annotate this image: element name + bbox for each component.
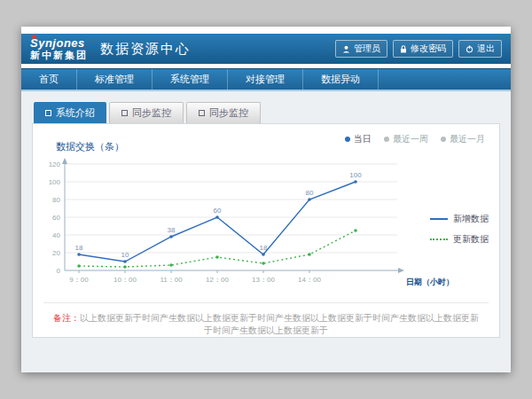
svg-text:13：00: 13：00 [252,276,275,284]
tab-icon [45,110,51,116]
svg-text:10: 10 [121,251,129,259]
legend-label: 新增数据 [453,213,489,225]
main-nav: 首页 标准管理 系统管理 对接管理 数据异动 [21,68,511,91]
page-top-strip [21,27,511,34]
logout-button[interactable]: 退出 [458,40,502,58]
svg-text:100: 100 [49,178,61,186]
svg-text:12：00: 12：00 [206,276,229,284]
legend-new-data: 新增数据 [430,213,489,225]
tab-sync-monitor-2[interactable]: 同步监控 [186,102,261,123]
nav-item-label: 数据异动 [321,73,360,86]
filter-last-month[interactable]: 最近一月 [441,133,485,145]
admin-user-button[interactable]: 管理员 [335,40,387,58]
nav-item-home[interactable]: 首页 [21,69,77,90]
app-window: Synjones 新中新集团 数据资源中心 管理员 修改密码 退出 首页 标准管… [21,27,511,372]
user-icon [342,45,350,53]
nav-item-label: 系统管理 [170,73,209,86]
logo-text: Synjones [30,37,88,49]
app-header: Synjones 新中新集团 数据资源中心 管理员 修改密码 退出 [21,34,511,64]
company-logo: Synjones 新中新集团 [30,37,88,60]
line-chart: 0204060801001209：0010：0011：0012：0013：001… [38,155,481,297]
footnote-text: 以上数据更新于时间产生数据以上数据更新于时间产生数据以上数据更新于时间产生数据以… [80,313,479,335]
nav-item-standard-mgmt[interactable]: 标准管理 [77,69,153,90]
tab-sync-monitor-1[interactable]: 同步监控 [109,102,184,123]
svg-text:20: 20 [52,249,60,257]
svg-text:80: 80 [52,196,60,204]
logo-accent-dot [32,35,36,39]
filter-today[interactable]: 当日 [345,133,372,145]
change-password-button[interactable]: 修改密码 [393,40,453,58]
svg-text:60: 60 [214,207,222,215]
tab-label: 系统介绍 [56,106,95,120]
filter-dot-icon [384,137,389,142]
time-range-filters: 当日 最近一周 最近一月 [345,133,485,145]
tab-icon [121,110,128,116]
filter-dot-icon [345,137,350,142]
tab-system-intro[interactable]: 系统介绍 [34,102,106,123]
svg-text:80: 80 [306,189,314,197]
svg-text:10：00: 10：00 [113,276,137,284]
nav-item-label: 标准管理 [95,73,134,86]
app-title: 数据资源中心 [100,41,191,58]
svg-text:18: 18 [75,244,83,252]
nav-item-data-change[interactable]: 数据异动 [303,69,379,90]
svg-text:18: 18 [260,244,268,252]
nav-item-label: 首页 [39,73,59,86]
svg-text:14：00: 14：00 [298,276,321,284]
filter-label: 当日 [354,133,372,145]
svg-text:120: 120 [49,160,61,168]
main-content: 系统介绍 同步监控 同步监控 当日 最近一周 [21,91,511,372]
tab-bar: 系统介绍 同步监控 同步监控 [34,102,500,123]
logout-label: 退出 [477,43,495,55]
tab-icon [199,110,205,116]
panel-divider [43,302,489,303]
svg-text:38: 38 [168,226,176,234]
admin-user-label: 管理员 [354,43,380,55]
footnote: 备注：以上数据更新于时间产生数据以上数据更新于时间产生数据以上数据更新于时间产生… [33,312,499,337]
change-password-label: 修改密码 [411,43,446,55]
power-icon [466,45,473,53]
filter-dot-icon [441,137,446,142]
filter-label: 最近一周 [393,133,428,145]
svg-text:100: 100 [349,171,362,179]
nav-item-connect-mgmt[interactable]: 对接管理 [228,69,303,90]
svg-text:日期（小时）: 日期（小时） [406,278,454,286]
tab-label: 同步监控 [132,106,171,120]
legend-update-data: 更新数据 [430,233,489,246]
solid-line-icon [430,218,448,220]
chart-panel: 当日 最近一周 最近一月 数据交换（条） 0204060801001209：00… [32,123,500,338]
svg-text:60: 60 [52,214,60,222]
legend-label: 更新数据 [453,233,489,246]
svg-text:9：00: 9：00 [69,276,89,284]
dotted-line-icon [430,239,448,240]
svg-text:11：00: 11：00 [160,276,183,284]
filter-last-week[interactable]: 最近一周 [384,133,428,145]
nav-item-label: 对接管理 [246,73,285,86]
nav-item-system-mgmt[interactable]: 系统管理 [153,69,228,90]
footnote-prefix: 备注： [53,313,80,323]
filter-label: 最近一月 [450,133,485,145]
tab-label: 同步监控 [209,106,248,120]
logo-subtext: 新中新集团 [30,51,88,60]
svg-text:0: 0 [57,267,61,275]
svg-text:40: 40 [52,231,60,239]
lock-icon [400,45,407,53]
series-legend: 新增数据 更新数据 [430,213,489,254]
